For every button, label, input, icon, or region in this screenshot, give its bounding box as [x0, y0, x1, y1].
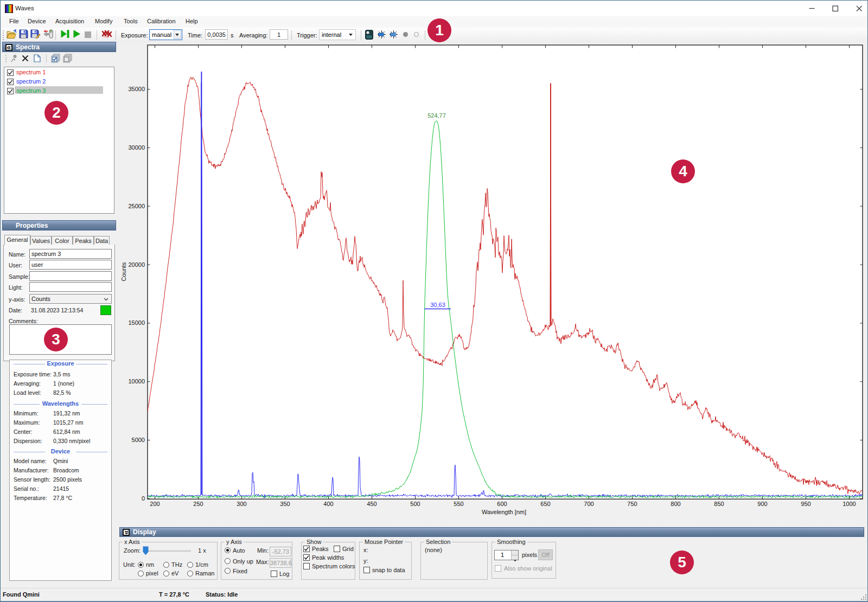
svg-text:20000: 20000: [128, 261, 145, 268]
svg-text:850: 850: [714, 501, 724, 507]
svg-text:950: 950: [801, 501, 810, 507]
svg-text:450: 450: [367, 501, 376, 507]
svg-text:1000: 1000: [843, 501, 856, 507]
svg-text:700: 700: [584, 501, 593, 507]
svg-text:250: 250: [193, 501, 203, 507]
svg-text:550: 550: [454, 501, 463, 507]
svg-text:524,77: 524,77: [427, 112, 446, 119]
svg-text:35000: 35000: [128, 86, 145, 92]
svg-text:25000: 25000: [128, 203, 145, 209]
svg-text:Counts: Counts: [120, 262, 127, 281]
svg-text:350: 350: [280, 501, 290, 507]
svg-text:500: 500: [410, 501, 420, 507]
svg-text:600: 600: [497, 501, 507, 507]
svg-text:30000: 30000: [128, 144, 145, 151]
svg-text:650: 650: [540, 501, 550, 507]
svg-text:300: 300: [237, 501, 246, 507]
svg-text:0: 0: [142, 495, 145, 502]
svg-text:30,63: 30,63: [430, 302, 445, 308]
svg-text:400: 400: [323, 501, 333, 507]
svg-text:900: 900: [757, 501, 767, 507]
svg-text:15000: 15000: [128, 319, 145, 326]
svg-text:750: 750: [627, 501, 637, 507]
svg-text:800: 800: [671, 501, 680, 507]
svg-text:5000: 5000: [132, 437, 145, 443]
svg-text:10000: 10000: [128, 378, 145, 385]
svg-text:200: 200: [150, 501, 159, 507]
svg-text:Wavelength [nm]: Wavelength [nm]: [482, 509, 526, 515]
